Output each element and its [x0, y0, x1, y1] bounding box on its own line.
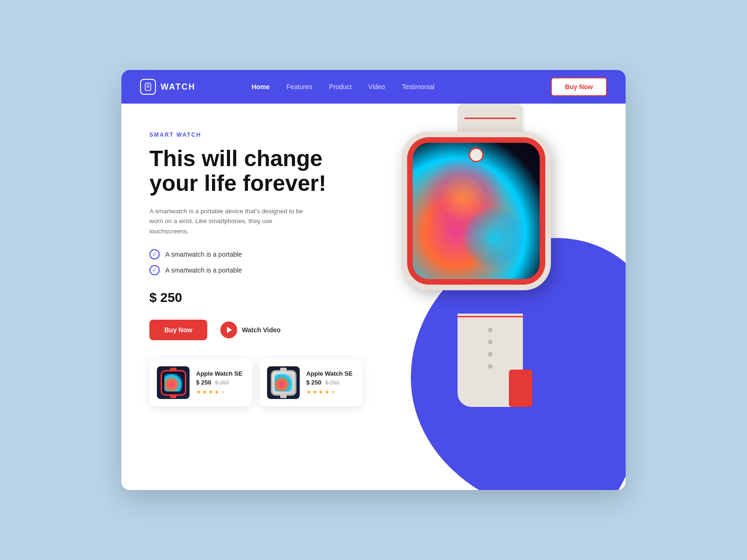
- nav-testimonial[interactable]: Testimonial: [402, 83, 435, 91]
- product-prices-2: $ 250 $ 260: [306, 379, 355, 386]
- hero-title: This will change your life forever!: [149, 147, 365, 196]
- play-icon: [220, 322, 237, 338]
- hero-video-button[interactable]: Watch Video: [220, 322, 281, 338]
- nav-buy-button[interactable]: Buy Now: [551, 77, 607, 96]
- product-card-2[interactable]: Apple Watch SE $ 250 $ 260 ★ ★ ★ ★ ★: [260, 359, 362, 406]
- price-value: $ 250: [149, 290, 182, 305]
- nav-home[interactable]: Home: [252, 83, 270, 91]
- nav-video[interactable]: Video: [368, 83, 385, 91]
- feature-item-1: ✓ A smartwatch is a portable: [149, 249, 365, 259]
- nav-product[interactable]: Product: [329, 83, 352, 91]
- product-card-img-1: [157, 366, 190, 399]
- check-icon-1: ✓: [149, 249, 160, 259]
- video-button-label: Watch Video: [242, 326, 281, 334]
- product-cards: Apple Watch SE $ 250 $ 260 ★ ★ ★ ★ ★: [149, 359, 365, 406]
- product-card-info-1: Apple Watch SE $ 250 $ 260 ★ ★ ★ ★ ★: [196, 370, 245, 395]
- watch-mini-icon-2: [271, 370, 296, 396]
- brand-name: WATCH: [161, 82, 196, 92]
- product-prices-1: $ 250 $ 260: [196, 379, 245, 386]
- hero-tag: SMART WATCH: [149, 132, 365, 138]
- watch-side-button: [547, 165, 551, 183]
- feature-label-2: A smartwatch is a portable: [165, 266, 242, 274]
- feature-item-2: ✓ A smartwatch is a portable: [149, 265, 365, 275]
- hero-actions: Buy Now Watch Video: [149, 320, 365, 340]
- hero-watch-area: [384, 104, 626, 490]
- price-current-2: $ 250: [306, 379, 322, 386]
- price-old-1: $ 260: [215, 379, 229, 386]
- page-wrapper: WATCH Home Features Product Video Testim…: [121, 70, 626, 490]
- product-name-1: Apple Watch SE: [196, 370, 245, 377]
- price-old-2: $ 260: [325, 379, 339, 386]
- navbar: WATCH Home Features Product Video Testim…: [121, 70, 626, 104]
- check-icon-2: ✓: [149, 265, 160, 275]
- nav-cta: Buy Now: [551, 77, 607, 96]
- feature-label-1: A smartwatch is a portable: [165, 251, 242, 258]
- price-current-1: $ 250: [196, 379, 211, 386]
- hero-section: SMART WATCH This will change your life f…: [121, 104, 626, 490]
- hero-description: A smartwatch is a portable device that's…: [149, 206, 308, 237]
- product-card-info-2: Apple Watch SE $ 250 $ 260 ★ ★ ★ ★ ★: [306, 370, 355, 395]
- hero-title-line1: This will change: [149, 146, 323, 171]
- hero-content: SMART WATCH This will change your life f…: [121, 104, 384, 490]
- stars-1: ★ ★ ★ ★ ★: [196, 389, 245, 395]
- hero-buy-button[interactable]: Buy Now: [149, 320, 207, 340]
- watch-3d-illustration: [364, 104, 626, 412]
- brand-logo[interactable]: WATCH: [140, 79, 196, 95]
- watch-mini-icon-1: [161, 370, 186, 396]
- product-name-2: Apple Watch SE: [306, 370, 355, 377]
- watch-body: [402, 132, 551, 290]
- logo-icon: [140, 79, 156, 95]
- hero-title-line2: your life forever!: [149, 171, 326, 196]
- watch-crown: [469, 147, 484, 162]
- product-card-img-2: [267, 366, 300, 399]
- stars-2: ★ ★ ★ ★ ★: [306, 389, 355, 395]
- nav-links: Home Features Product Video Testimonial: [252, 83, 551, 91]
- product-card-1[interactable]: Apple Watch SE $ 250 $ 260 ★ ★ ★ ★ ★: [149, 359, 252, 406]
- nav-features[interactable]: Features: [287, 83, 312, 91]
- hero-price: $ 250: [149, 288, 365, 306]
- hero-features-list: ✓ A smartwatch is a portable ✓ A smartwa…: [149, 249, 365, 275]
